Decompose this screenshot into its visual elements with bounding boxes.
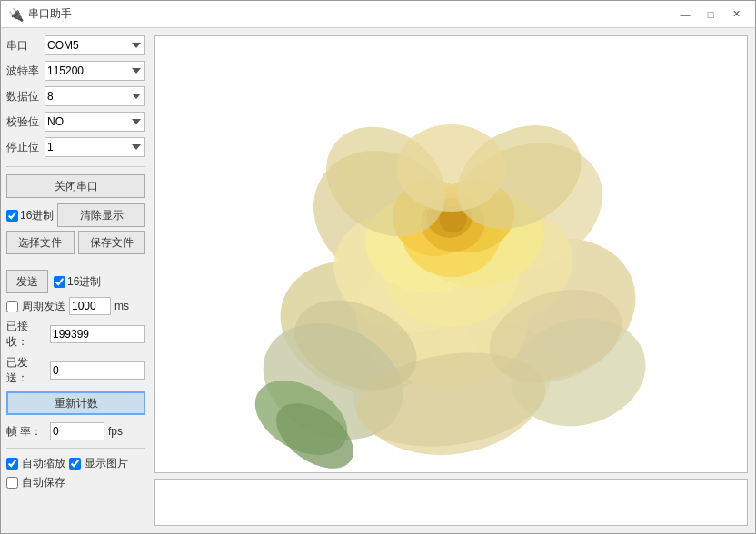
send-hex-checkbox[interactable] xyxy=(54,276,65,288)
port-label: 串口 xyxy=(6,38,45,54)
select-file-button[interactable]: 选择文件 xyxy=(6,231,75,254)
hex-display-checkbox[interactable] xyxy=(6,210,18,222)
divider-2 xyxy=(6,262,145,262)
stopbits-label: 停止位 xyxy=(6,140,45,155)
periodic-row: 周期发送 ms xyxy=(6,297,145,315)
periodic-label: 周期发送 xyxy=(22,299,65,314)
auto-save-row: 自动保存 xyxy=(6,475,145,490)
send-button[interactable]: 发送 xyxy=(6,270,48,293)
image-display xyxy=(154,35,748,473)
received-label: 已接收： xyxy=(6,319,46,350)
hex-checkbox-row: 16进制 xyxy=(6,208,54,223)
send-row: 发送 16进制 xyxy=(6,270,145,293)
app-title: 串口助手 xyxy=(28,6,72,22)
hex-clear-row: 16进制 清除显示 xyxy=(6,203,145,227)
baud-row: 波特率 115200 9600 19200 38400 57600 xyxy=(6,61,145,81)
close-port-button[interactable]: 关闭串口 xyxy=(6,174,145,198)
show-image-checkbox[interactable] xyxy=(69,458,81,470)
close-button[interactable]: ✕ xyxy=(724,5,748,24)
parity-row: 校验位 NO ODD EVEN xyxy=(6,112,145,132)
stopbits-select[interactable]: 1 1.5 2 xyxy=(45,137,145,157)
auto-scale-checkbox[interactable] xyxy=(6,458,18,470)
rose-image xyxy=(155,36,747,472)
fps-label: 帧 率： xyxy=(6,424,46,440)
minimize-button[interactable]: — xyxy=(673,5,697,24)
send-hex-row: 16进制 xyxy=(54,274,101,290)
file-buttons-row: 选择文件 保存文件 xyxy=(6,231,145,254)
port-select[interactable]: COM5 COM1 COM2 COM3 COM4 xyxy=(45,35,145,55)
fps-input[interactable] xyxy=(50,422,104,440)
app-icon: 🔌 xyxy=(8,7,23,22)
auto-scale-label: 自动缩放 xyxy=(22,456,65,471)
divider-1 xyxy=(6,166,145,167)
svg-point-25 xyxy=(397,124,506,212)
rose-svg xyxy=(155,36,747,472)
titlebar: 🔌 串口助手 — □ ✕ xyxy=(1,1,755,28)
stopbits-row: 停止位 1 1.5 2 xyxy=(6,137,145,157)
sent-row: 已发送： 0 xyxy=(6,355,145,386)
periodic-input[interactable] xyxy=(69,297,111,315)
received-value: 199399 xyxy=(50,325,145,343)
maximize-button[interactable]: □ xyxy=(699,5,722,24)
parity-select[interactable]: NO ODD EVEN xyxy=(45,112,145,132)
sent-value: 0 xyxy=(50,361,145,380)
hex-display-label: 16进制 xyxy=(20,208,54,223)
show-image-row: 显示图片 xyxy=(69,456,128,471)
reset-count-button[interactable]: 重新计数 xyxy=(6,391,145,415)
port-row: 串口 COM5 COM1 COM2 COM3 COM4 xyxy=(6,35,145,55)
baud-select[interactable]: 115200 9600 19200 38400 57600 xyxy=(45,61,145,81)
divider-3 xyxy=(6,448,145,449)
main-window: 🔌 串口助手 — □ ✕ 串口 COM5 COM1 COM2 COM3 COM4 xyxy=(0,0,756,534)
show-image-label: 显示图片 xyxy=(85,456,128,471)
sidebar: 串口 COM5 COM1 COM2 COM3 COM4 波特率 115200 9… xyxy=(1,28,151,533)
databits-label: 数据位 xyxy=(6,89,45,104)
databits-select[interactable]: 8 5 6 7 xyxy=(45,86,145,106)
periodic-checkbox[interactable] xyxy=(6,301,18,312)
send-hex-label: 16进制 xyxy=(67,274,101,290)
bottom-checkboxes: 自动缩放 显示图片 xyxy=(6,456,145,471)
content: 串口 COM5 COM1 COM2 COM3 COM4 波特率 115200 9… xyxy=(1,28,755,533)
text-output[interactable] xyxy=(154,479,748,526)
auto-scale-row: 自动缩放 xyxy=(6,456,65,471)
parity-label: 校验位 xyxy=(6,114,45,130)
periodic-unit: ms xyxy=(114,300,129,312)
auto-save-checkbox[interactable] xyxy=(6,477,18,489)
save-file-button[interactable]: 保存文件 xyxy=(78,231,146,254)
fps-row: 帧 率： fps xyxy=(6,422,145,440)
clear-display-button[interactable]: 清除显示 xyxy=(57,203,145,227)
fps-unit: fps xyxy=(108,425,123,438)
main-area xyxy=(151,28,755,533)
received-row: 已接收： 199399 xyxy=(6,319,145,350)
sent-label: 已发送： xyxy=(6,355,46,386)
window-controls: — □ ✕ xyxy=(673,5,748,24)
titlebar-left: 🔌 串口助手 xyxy=(8,6,72,22)
databits-row: 数据位 8 5 6 7 xyxy=(6,86,145,106)
baud-label: 波特率 xyxy=(6,64,45,79)
auto-save-label: 自动保存 xyxy=(22,475,65,490)
